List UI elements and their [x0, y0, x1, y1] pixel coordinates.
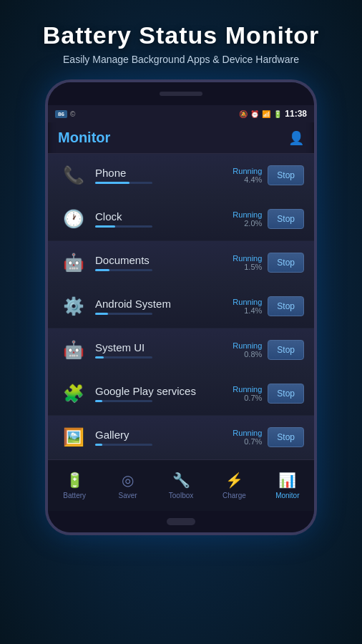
- stop-button[interactable]: Stop: [268, 209, 304, 229]
- app-progress-fill: [95, 356, 104, 358]
- app-icon-documents: 🤖: [61, 250, 87, 275]
- app-row: ⚙️ Android System Running 1.4% Stop: [48, 285, 314, 328]
- phone-top-bar: [48, 82, 314, 105]
- app-progress-fill: [95, 269, 109, 271]
- app-row: 🖼️ Gallery Running 0.7% Stop: [48, 416, 314, 459]
- app-running-label: Running: [233, 254, 262, 263]
- app-progress-bar: [95, 313, 152, 315]
- app-progress-fill: [95, 182, 129, 184]
- stop-button[interactable]: Stop: [268, 340, 304, 360]
- app-icon-phone: 📞: [61, 162, 87, 188]
- mute-icon: 🔕: [239, 110, 248, 118]
- nav-icon-charge: ⚡: [225, 472, 243, 489]
- stop-button[interactable]: Stop: [268, 427, 304, 447]
- app-info: Gallery: [95, 429, 233, 446]
- app-row: 🤖 System UI Running 0.8% Stop: [48, 328, 314, 372]
- app-name: Gallery: [95, 429, 233, 441]
- app-icon-wrap: 🤖: [58, 247, 89, 278]
- app-icon-gallery: 🖼️: [61, 424, 87, 450]
- app-icon-system-ui: 🤖: [61, 337, 87, 363]
- app-progress-fill: [95, 400, 102, 402]
- app-icon-wrap: 🧩: [58, 378, 89, 409]
- app-percent: 0.8%: [233, 350, 262, 358]
- stop-button[interactable]: Stop: [268, 253, 304, 273]
- app-running-label: Running: [233, 298, 262, 306]
- app-progress-fill: [95, 313, 108, 315]
- app-running-label: Running: [233, 429, 262, 437]
- nav-label-monitor: Monitor: [275, 492, 299, 499]
- stop-button[interactable]: Stop: [268, 296, 304, 316]
- stop-button[interactable]: Stop: [268, 165, 304, 185]
- nav-item-monitor[interactable]: 📊 Monitor: [261, 472, 314, 499]
- app-status: Running 2.0%: [233, 210, 262, 228]
- app-header: Monitor 👤: [48, 122, 314, 154]
- nav-item-charge[interactable]: ⚡ Charge: [207, 472, 260, 499]
- app-status: Running 0.7%: [233, 385, 262, 402]
- app-percent: 0.7%: [233, 394, 262, 402]
- nav-icon-saver: ◎: [122, 472, 134, 489]
- app-progress-bar: [95, 269, 152, 271]
- app-icon-wrap: 🤖: [58, 334, 89, 366]
- nav-label-toolbox: Toolbox: [169, 492, 193, 499]
- app-name: System UI: [95, 341, 233, 353]
- app-icon-wrap: 🖼️: [58, 421, 89, 453]
- app-progress-bar: [95, 444, 152, 446]
- phone-frame: 86 © 🔕 ⏰ 📶 🔋 11:38 Monitor 👤 📞 Phone: [45, 79, 317, 535]
- wifi-icon: 📶: [262, 110, 270, 118]
- app-running-label: Running: [233, 167, 262, 175]
- app-info: System UI: [95, 341, 233, 358]
- nav-label-battery: Battery: [63, 492, 86, 499]
- app-name: Phone: [95, 167, 233, 179]
- nav-item-toolbox[interactable]: 🔧 Toolbox: [155, 472, 207, 499]
- app-info: Google Play services: [95, 385, 233, 402]
- nav-item-battery[interactable]: 🔋 Battery: [48, 472, 101, 499]
- app-row: 🧩 Google Play services Running 0.7% Stop: [48, 372, 314, 416]
- app-info: Clock: [95, 210, 233, 228]
- app-info: Documents: [95, 254, 233, 271]
- phone-container: 86 © 🔕 ⏰ 📶 🔋 11:38 Monitor 👤 📞 Phone: [0, 79, 362, 535]
- status-right: 🔕 ⏰ 📶 🔋 11:38: [239, 109, 307, 119]
- app-percent: 1.5%: [233, 263, 262, 271]
- nav-icon-monitor: 📊: [278, 472, 296, 489]
- app-status: Running 1.4%: [233, 298, 262, 315]
- app-row: 🕐 Clock Running 2.0% Stop: [48, 197, 314, 241]
- stop-button[interactable]: Stop: [268, 384, 304, 404]
- app-running-label: Running: [233, 385, 262, 394]
- app-percent: 1.4%: [233, 306, 262, 315]
- app-icon-clock: 🕐: [61, 206, 87, 232]
- app-info: Android System: [95, 298, 233, 315]
- nav-item-saver[interactable]: ◎ Saver: [101, 472, 154, 499]
- user-icon[interactable]: 👤: [288, 130, 304, 146]
- app-progress-bar: [95, 356, 152, 358]
- app-percent: 2.0%: [233, 219, 262, 228]
- app-status: Running 4.4%: [233, 167, 262, 184]
- app-icon-wrap: 📞: [58, 160, 89, 191]
- phone-home-btn[interactable]: [167, 518, 195, 525]
- app-icon-wrap: 🕐: [58, 203, 89, 235]
- phone-bottom-bar: [48, 511, 314, 532]
- app-name: Google Play services: [95, 385, 233, 397]
- app-name: Android System: [95, 298, 233, 310]
- app-icon-android-system: ⚙️: [61, 293, 87, 319]
- app-progress-fill: [95, 225, 115, 228]
- nav-label-charge: Charge: [222, 492, 246, 499]
- battery-icon: 🔋: [273, 110, 282, 118]
- app-status: Running 0.8%: [233, 341, 262, 358]
- status-badge-86: 86: [55, 110, 67, 118]
- bottom-nav: 🔋 Battery ◎ Saver 🔧 Toolbox ⚡ Charge 📊 M…: [48, 459, 314, 511]
- app-running-label: Running: [233, 210, 262, 219]
- app-running-label: Running: [233, 341, 262, 350]
- status-bar: 86 © 🔕 ⏰ 📶 🔋 11:38: [48, 105, 314, 122]
- app-title: Monitor: [58, 130, 110, 146]
- app-percent: 0.7%: [233, 437, 262, 446]
- phone-speaker: [160, 92, 202, 96]
- header: Battery Status Monitor Easily Manage Bac…: [0, 0, 362, 76]
- app-status: Running 0.7%: [233, 429, 262, 446]
- app-progress-bar: [95, 400, 152, 402]
- status-time: 11:38: [285, 109, 307, 119]
- app-row: 📞 Phone Running 4.4% Stop: [48, 154, 314, 197]
- app-name: Documents: [95, 254, 233, 266]
- app-icon-wrap: ⚙️: [58, 291, 89, 322]
- app-info: Phone: [95, 167, 233, 184]
- app-name: Clock: [95, 210, 233, 223]
